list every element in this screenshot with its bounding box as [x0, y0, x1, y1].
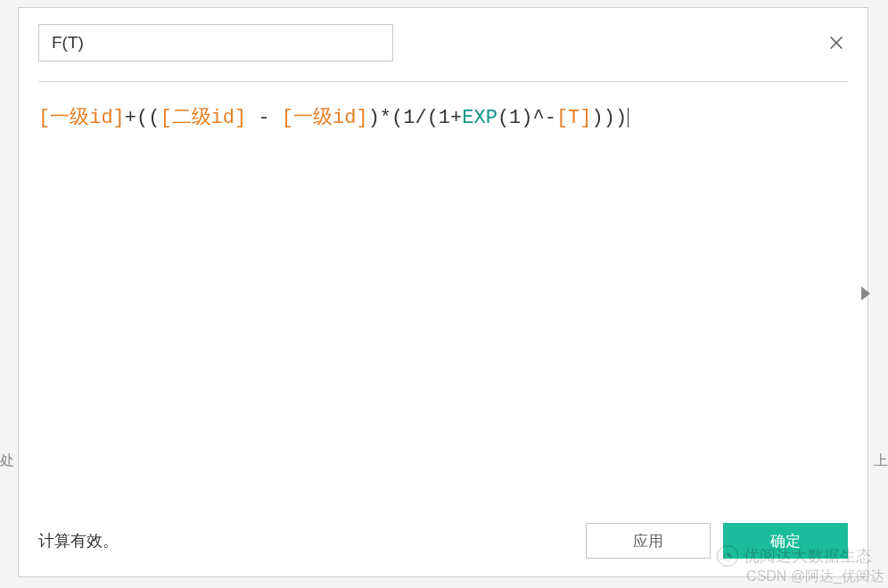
expand-icon[interactable]	[859, 282, 873, 312]
validation-status: 计算有效。	[38, 530, 119, 551]
formula-token: [二级id]	[160, 107, 246, 129]
formula-token: [T]	[556, 107, 592, 129]
formula-editor[interactable]: [一级id]+(([二级id] - [一级id])*(1/(1+EXP(1)^-…	[38, 82, 848, 512]
formula-token: )*(1/(1+	[368, 107, 463, 129]
formula-token: -	[246, 107, 282, 129]
apply-button[interactable]: 应用	[586, 523, 711, 559]
formula-token: (1)^-	[497, 107, 556, 129]
formula-token: [一级id]	[38, 107, 125, 129]
dialog-footer: 计算有效。 应用 确定	[38, 512, 848, 559]
ok-button[interactable]: 确定	[723, 523, 848, 559]
bg-left-hint: 处	[0, 452, 14, 470]
formula-token: EXP	[462, 107, 497, 129]
formula-line: [一级id]+(([二级id] - [一级id])*(1/(1+EXP(1)^-…	[38, 103, 848, 133]
formula-token: [一级id]	[282, 107, 368, 129]
text-cursor	[628, 108, 629, 127]
dialog-header	[38, 24, 848, 82]
field-name-input[interactable]	[38, 24, 393, 61]
formula-token: )))	[592, 107, 628, 129]
formula-token: +((	[125, 107, 160, 129]
svg-marker-2	[861, 286, 870, 300]
close-icon[interactable]	[823, 29, 850, 56]
button-row: 应用 确定	[586, 523, 848, 559]
calculated-field-dialog: [一级id]+(([二级id] - [一级id])*(1/(1+EXP(1)^-…	[18, 7, 868, 577]
bg-right-hint: 上	[874, 452, 888, 470]
